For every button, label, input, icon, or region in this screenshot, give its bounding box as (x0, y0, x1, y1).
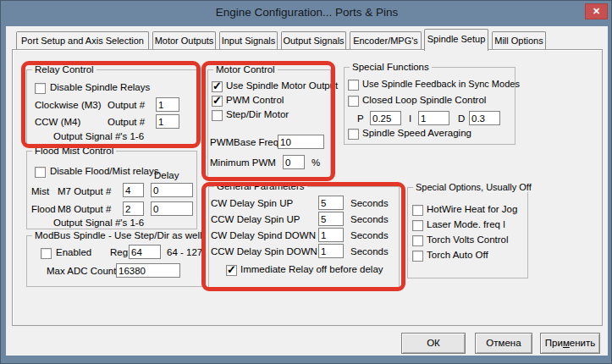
mist-label: Mist (31, 186, 49, 196)
checkbox-pwm-control[interactable] (212, 96, 223, 107)
tab-motor-outputs[interactable]: Motor Outputs (152, 31, 216, 49)
checkbox-laser-mode[interactable] (412, 220, 423, 231)
ccw-m4-label: CCW (M4) (35, 117, 80, 127)
disable-spindle-relays-label: Disable Spindle Relays (50, 82, 150, 92)
pwmbase-freq-label: PWMBase Freq. (210, 137, 281, 147)
step-dir-motor-label: Step/Dir Motor (226, 109, 289, 119)
torch-auto-off-label: Torch Auto Off (427, 250, 488, 260)
apply-label-mnemonic: м (563, 338, 570, 348)
laser-mode-label: Laser Mode. freq l (427, 219, 505, 229)
torch-volts-control-label: Torch Volts Control (427, 234, 509, 245)
tab-mill-options[interactable]: Mill Options (492, 31, 546, 49)
cw-delay-spin-up-label: CW Delay Spin UP (211, 198, 293, 208)
cw-delay-spin-up-input[interactable] (318, 196, 344, 210)
group-motor-control-title: Motor Control (213, 64, 278, 74)
pwm-control-label: PWM Control (226, 95, 284, 105)
ccw-delay-spin-up-input[interactable] (318, 212, 344, 226)
max-adc-count-input[interactable] (116, 263, 180, 278)
m8-output-label: M8 Output # (58, 204, 111, 214)
minimum-pwm-input[interactable] (283, 155, 305, 169)
apply-label-pre: При (545, 338, 563, 348)
group-special-options-title: Special Options, Usually Off (413, 182, 534, 192)
ccw-output-number-label: Output # (108, 117, 145, 127)
group-special-functions-title: Special Functions (350, 62, 432, 72)
checkbox-closed-loop-spindle[interactable] (348, 96, 359, 107)
ccw-delay-spin-down-input[interactable] (318, 244, 344, 258)
modbus-reg-label: Reg (110, 247, 128, 257)
tab-port-setup[interactable]: Port Setup and Axis Selection (16, 31, 149, 49)
group-general-parameters-title: General Parameters (214, 181, 307, 191)
pid-i-input[interactable] (418, 111, 449, 125)
group-modbus-spindle (26, 235, 206, 287)
checkbox-hotwire-heat-jog[interactable] (412, 205, 423, 216)
checkbox-modbus-enabled[interactable] (41, 248, 52, 259)
pid-i-label: I (409, 113, 411, 124)
delay-column-label: Delay (154, 170, 179, 180)
pid-d-input[interactable] (469, 111, 500, 125)
checkbox-use-spindle-motor-output[interactable] (212, 81, 223, 92)
tab-input-signals[interactable]: Input Signals (219, 31, 278, 49)
apply-button[interactable]: Применить (540, 333, 600, 354)
checkbox-immediate-relay-off[interactable] (226, 265, 237, 276)
percent-label: % (312, 157, 320, 168)
spindle-feedback-sync-label: Use Spindle Feedback in Sync Modes (362, 79, 520, 89)
close-button[interactable]: ✕ (585, 3, 608, 19)
pid-p-input[interactable] (370, 111, 401, 125)
ccw-delay-spin-up-unit: Seconds (350, 214, 389, 224)
mist-delay-input[interactable] (151, 183, 193, 197)
pid-d-label: D (458, 113, 465, 124)
checkbox-step-dir-motor[interactable] (212, 110, 223, 121)
tab-spindle-setup[interactable]: Spindle Setup (424, 29, 488, 51)
window-title: Engine Configuration... Ports & Pins (216, 6, 398, 19)
ccw-delay-spin-up-label: CCW Delay Spin UP (211, 214, 300, 224)
hotwire-heat-jog-label: HotWire Heat for Jog (427, 204, 517, 214)
group-special-options (407, 187, 528, 279)
flood-label: Flood (31, 204, 56, 214)
close-icon: ✕ (593, 6, 600, 16)
checkbox-torch-volts-control[interactable] (412, 235, 423, 246)
modbus-reg-range-label: 64 - 127 (167, 247, 202, 257)
use-spindle-motor-output-label: Use Spindle Motor Output (226, 80, 338, 91)
modbus-enabled-label: Enabled (56, 247, 91, 257)
modbus-reg-input[interactable] (129, 245, 161, 259)
max-adc-count-label: Max ADC Count (47, 266, 116, 276)
m7-output-label: M7 Output # (58, 186, 111, 196)
clockwise-m3-label: Clockwise (M3) (35, 100, 102, 110)
group-modbus-title: ModBus Spindle - Use Step/Dir as well (32, 230, 205, 240)
cw-output-input[interactable] (156, 97, 179, 112)
checkbox-disable-spindle-relays[interactable] (35, 83, 46, 94)
titlebar: Engine Configuration... Ports & Pins (1, 1, 612, 26)
apply-label-post: енить (570, 338, 595, 348)
pwmbase-freq-input[interactable] (278, 135, 324, 149)
mist-output-input[interactable] (123, 183, 144, 197)
minimum-pwm-label: Minimum PWM (210, 157, 276, 168)
cancel-button[interactable]: Отмена (475, 333, 532, 354)
group-relay-control-title: Relay Control (32, 64, 96, 74)
ccw-delay-spin-down-label: CCW Delay Spin DOWN (211, 246, 317, 256)
relay-output-signals-note: Output Signal #'s 1-6 (53, 131, 144, 141)
pid-p-label: P (357, 113, 364, 124)
cw-output-number-label: Output # (108, 100, 145, 110)
flood-output-input[interactable] (123, 201, 144, 216)
checkbox-torch-auto-off[interactable] (412, 251, 423, 262)
checkbox-spindle-feedback-sync[interactable] (348, 80, 359, 91)
immediate-relay-off-label: Immediate Relay off before delay (240, 264, 383, 274)
checkbox-spindle-speed-averaging[interactable] (348, 129, 359, 140)
disable-flood-mist-label: Disable Flood/Mist relays (50, 166, 158, 176)
spindle-speed-averaging-label: Spindle Speed Averaging (362, 128, 471, 138)
cw-delay-spin-up-unit: Seconds (350, 198, 389, 208)
checkbox-disable-flood-mist[interactable] (35, 167, 46, 178)
cw-delay-spind-down-unit: Seconds (350, 230, 389, 240)
closed-loop-spindle-label: Closed Loop Spindle Control (362, 95, 486, 105)
flood-output-signals-note: Output Signal #'s 1-6 (53, 218, 144, 228)
flood-delay-input[interactable] (151, 201, 193, 216)
ok-button[interactable]: ОК (401, 333, 466, 354)
tab-encoder-mpgs[interactable]: Encoder/MPG's (350, 31, 422, 49)
dialog-window: Engine Configuration... Ports & Pins ✕ P… (0, 0, 612, 364)
group-flood-mist-title: Flood Mist Control (32, 146, 116, 156)
ccw-output-input[interactable] (156, 114, 179, 129)
cw-delay-spind-down-input[interactable] (318, 228, 344, 242)
cw-delay-spind-down-label: CW Delay Spind DOWN (211, 230, 316, 240)
ccw-delay-spin-down-unit: Seconds (350, 246, 389, 256)
tab-output-signals[interactable]: Output Signals (281, 31, 346, 49)
